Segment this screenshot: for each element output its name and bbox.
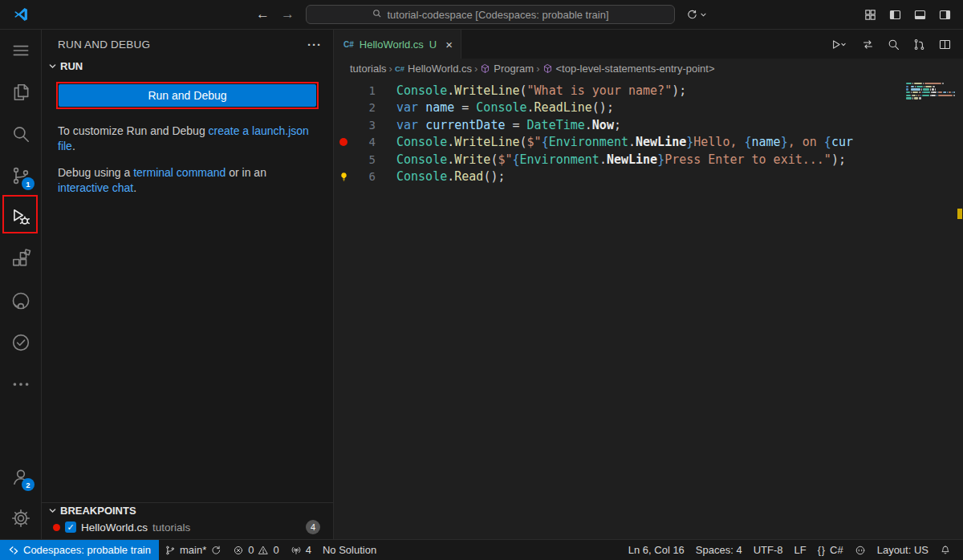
run-debug-icon bbox=[10, 207, 31, 228]
line-number: 6 bbox=[353, 170, 376, 183]
status-problems[interactable]: 00 bbox=[227, 540, 284, 560]
activity-item-explorer[interactable] bbox=[0, 71, 41, 113]
code-editor[interactable]: 1Console.WriteLine("What is your name?")… bbox=[334, 78, 963, 539]
more-actions-icon[interactable]: ··· bbox=[307, 38, 322, 51]
activity-item-accounts[interactable]: 2 bbox=[0, 456, 41, 497]
status-text: 0 bbox=[248, 544, 254, 556]
remote-icon bbox=[8, 545, 19, 556]
minimap-token bbox=[943, 91, 944, 93]
open-changes-button[interactable] bbox=[861, 38, 875, 51]
code-line[interactable]: 1Console.WriteLine("What is your name?")… bbox=[334, 82, 963, 99]
code-token: } bbox=[781, 135, 788, 149]
status-copilot[interactable] bbox=[849, 540, 872, 560]
toggle-secondary-sidebar-icon[interactable] bbox=[938, 8, 952, 22]
activity-item-menu[interactable] bbox=[0, 30, 41, 71]
back-button[interactable]: ← bbox=[256, 6, 270, 22]
run-or-debug-button[interactable] bbox=[828, 38, 849, 51]
minimap-token bbox=[906, 83, 912, 84]
hint-text-end: . bbox=[133, 181, 136, 194]
status-text: No Solution bbox=[323, 544, 376, 556]
code-token: Console bbox=[476, 100, 526, 115]
minimap-line bbox=[906, 95, 955, 96]
minimap-token bbox=[920, 91, 920, 93]
code-line[interactable]: 3var currentDate = DateTime.Now; bbox=[334, 116, 963, 134]
status-keyboard-layout[interactable]: Layout: US bbox=[872, 540, 934, 560]
overview-ruler[interactable] bbox=[957, 78, 963, 539]
minimap-token bbox=[906, 86, 908, 87]
tab-helloworld[interactable]: C# HelloWorld.cs U × bbox=[334, 30, 461, 59]
tab-label: HelloWorld.cs bbox=[360, 39, 424, 51]
toggle-panel-icon[interactable] bbox=[913, 8, 927, 22]
activity-item-more[interactable] bbox=[0, 363, 41, 405]
status-language[interactable]: {}C# bbox=[812, 540, 849, 560]
activity-item-run-debug[interactable] bbox=[0, 197, 41, 238]
code-line[interactable]: 4Console.WriteLine($"{Environment.NewLin… bbox=[334, 134, 963, 152]
status-encoding[interactable]: UTF-8 bbox=[748, 540, 789, 560]
minimap-token bbox=[914, 83, 921, 84]
activity-item-search[interactable] bbox=[0, 113, 41, 155]
status-cursor-position[interactable]: Ln 6, Col 16 bbox=[623, 540, 690, 560]
status-remote[interactable]: Codespaces: probable train bbox=[0, 540, 159, 560]
code-line[interactable]: 2var name = Console.ReadLine(); bbox=[334, 99, 963, 117]
code-token: var bbox=[396, 118, 418, 132]
breakpoint-checkbox[interactable]: ✓ bbox=[65, 521, 76, 533]
status-branch[interactable]: main* bbox=[159, 540, 227, 560]
forward-button[interactable]: → bbox=[281, 6, 295, 22]
minimap-token bbox=[937, 91, 938, 93]
minimap-token bbox=[914, 97, 917, 99]
activity-item-checks[interactable] bbox=[0, 322, 41, 363]
command-center-search[interactable]: tutorial-codespace [Codespaces: probable… bbox=[306, 5, 675, 24]
status-notifications[interactable] bbox=[934, 540, 957, 560]
code-token: { bbox=[542, 135, 549, 149]
minimap-token bbox=[953, 95, 955, 96]
breakpoint-glyph[interactable] bbox=[334, 138, 353, 146]
minimap-token bbox=[935, 88, 936, 90]
terminal-command-link[interactable]: terminal command bbox=[133, 166, 226, 179]
minimap[interactable] bbox=[904, 78, 957, 539]
minimap-token bbox=[953, 91, 955, 93]
breakpoints-section-header[interactable]: BREAKPOINTS bbox=[42, 503, 333, 518]
breadcrumb-item[interactable]: <top-level-statements-entry-point> bbox=[542, 63, 715, 75]
toggle-primary-sidebar-icon[interactable] bbox=[888, 8, 902, 22]
checks-icon bbox=[10, 332, 31, 353]
breadcrumb-item[interactable]: C#HelloWorld.cs bbox=[395, 63, 472, 75]
code-token: . bbox=[447, 152, 454, 167]
activity-item-extensions[interactable] bbox=[0, 238, 41, 280]
minimap-line bbox=[906, 83, 955, 84]
code-line[interactable]: 6Console.Read(); bbox=[334, 168, 963, 186]
interactive-chat-link[interactable]: interactive chat bbox=[58, 181, 133, 194]
close-icon[interactable]: × bbox=[445, 38, 453, 51]
status-ports[interactable]: 4 bbox=[285, 540, 317, 560]
activity-item-source-control[interactable]: 1 bbox=[0, 155, 41, 197]
split-editor-button[interactable] bbox=[938, 38, 952, 51]
status-solution[interactable]: No Solution bbox=[317, 540, 382, 560]
activity-item-github[interactable] bbox=[0, 280, 41, 322]
tab-bar: C# HelloWorld.cs U × bbox=[334, 30, 963, 59]
activity-item-settings[interactable] bbox=[0, 497, 41, 539]
breadcrumb-item[interactable]: Program bbox=[480, 63, 534, 75]
minimap-token bbox=[942, 83, 944, 84]
breakpoints-section: BREAKPOINTS ✓ HelloWorld.cs tutorials 4 bbox=[42, 502, 333, 539]
breakpoint-list-item[interactable]: ✓ HelloWorld.cs tutorials 4 bbox=[42, 518, 333, 536]
minimap-line bbox=[906, 97, 955, 99]
code-token: } bbox=[657, 152, 664, 167]
code-line[interactable]: 5Console.Write($"{Environment.NewLine}Pr… bbox=[334, 151, 963, 168]
customize-layout-icon[interactable] bbox=[863, 8, 877, 22]
run-and-debug-button[interactable]: Run and Debug bbox=[59, 84, 316, 107]
braces-icon: {} bbox=[818, 545, 826, 556]
status-eol[interactable]: LF bbox=[789, 540, 812, 560]
minimap-token bbox=[918, 95, 920, 96]
minimap-line bbox=[906, 91, 955, 93]
code-token: Now bbox=[592, 118, 614, 132]
status-text: 0 bbox=[273, 544, 278, 556]
git-compare-button[interactable] bbox=[912, 38, 926, 51]
session-sync-button[interactable] bbox=[686, 9, 707, 21]
status-indentation[interactable]: Spaces: 4 bbox=[690, 540, 748, 560]
breadcrumb-label: tutorials bbox=[350, 63, 387, 75]
breadcrumb-item[interactable]: tutorials bbox=[350, 63, 387, 75]
code-token: (); bbox=[592, 100, 614, 115]
search-editor-button[interactable] bbox=[887, 38, 900, 51]
run-section-header[interactable]: RUN bbox=[42, 59, 333, 74]
minimap-token bbox=[911, 91, 912, 93]
lightbulb-icon[interactable] bbox=[334, 171, 353, 183]
